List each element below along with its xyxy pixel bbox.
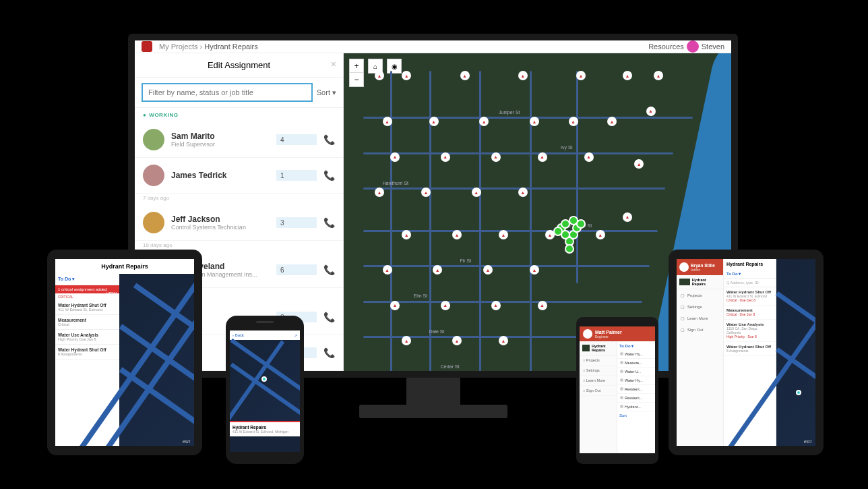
hydrant-marker-icon[interactable]	[623, 71, 632, 80]
todo-dropdown[interactable]: To Do ▾	[55, 274, 119, 285]
list-item[interactable]: Water U...	[617, 368, 655, 376]
list-item[interactable]: Water Hydrant Shut Off411 W Edward St, E…	[724, 287, 776, 306]
hydrant-marker-icon[interactable]	[646, 107, 656, 116]
list-item[interactable]: Resident...	[617, 394, 655, 403]
hydrant-marker-icon[interactable]	[390, 301, 400, 310]
breadcrumb-current[interactable]: Hydrant Repairs	[204, 42, 257, 51]
list-item[interactable]: Water Use AnalysisHigh Priority Due Jan …	[55, 330, 119, 345]
sort-dropdown[interactable]: Sort ▾	[317, 88, 336, 97]
hydrant-marker-icon[interactable]	[499, 230, 508, 239]
hydrant-marker-icon[interactable]	[441, 152, 450, 162]
user-name: Bryan Stille	[691, 263, 715, 268]
hydrant-marker-icon[interactable]	[530, 117, 539, 126]
sort-link[interactable]: Sort	[617, 411, 655, 420]
hydrant-marker-icon[interactable]	[483, 265, 493, 275]
hydrant-marker-icon[interactable]	[518, 71, 528, 80]
hydrant-marker-icon[interactable]	[538, 301, 547, 310]
hydrant-marker-icon[interactable]	[452, 230, 462, 239]
hydrant-marker-icon[interactable]	[383, 265, 392, 275]
hydrant-marker-icon[interactable]	[383, 117, 392, 126]
worker-row[interactable]: Sam Marito Field Supervisor 4 📞	[135, 122, 343, 158]
hydrant-marker-icon[interactable]	[433, 265, 442, 275]
hydrant-marker-icon[interactable]	[654, 71, 663, 80]
hydrant-marker-icon[interactable]	[452, 336, 462, 345]
hydrant-marker-icon[interactable]	[596, 230, 605, 239]
hydrant-marker-icon[interactable]	[491, 152, 501, 162]
project-item[interactable]: Hydrant Repairs	[580, 341, 617, 355]
list-item[interactable]: Hydrant...	[617, 403, 655, 411]
close-icon[interactable]: ×	[331, 59, 336, 69]
hydrant-marker-icon[interactable]	[460, 71, 470, 80]
hydrant-marker-icon[interactable]	[607, 117, 617, 126]
hydrant-marker-icon[interactable]	[538, 152, 547, 162]
hydrant-marker-icon[interactable]	[402, 71, 411, 80]
menu-item[interactable]: ▢Learn More	[677, 312, 723, 324]
zoom-out-button[interactable]: −	[350, 73, 363, 86]
user-name[interactable]: Steven	[702, 42, 724, 51]
hydrant-marker-icon[interactable]	[390, 152, 400, 162]
hydrant-marker-icon[interactable]	[518, 188, 528, 197]
hydrant-marker-icon[interactable]	[479, 117, 489, 126]
menu-item[interactable]: ○ Projects	[580, 355, 617, 366]
list-item[interactable]: MeasurementCritical · Due Jun 8	[724, 306, 776, 320]
list-item[interactable]: MeasurementCritical	[55, 315, 119, 330]
phone-icon[interactable]: 📞	[323, 217, 335, 228]
hydrant-marker-icon[interactable]	[623, 212, 632, 222]
filter-input[interactable]	[142, 83, 313, 102]
resources-link[interactable]: Resources	[648, 42, 684, 51]
hydrant-marker-icon[interactable]	[576, 71, 586, 80]
hydrant-marker-icon[interactable]	[530, 265, 539, 275]
user-avatar-icon[interactable]	[687, 40, 699, 53]
list-item[interactable]: Measure...	[617, 359, 655, 368]
list-item[interactable]: Water Hydrant Shut Off411 W Edward St, E…	[55, 300, 119, 315]
hydrant-marker-icon[interactable]	[421, 188, 431, 197]
list-item[interactable]: Water Hy...	[617, 350, 655, 359]
hydrant-marker-icon[interactable]	[441, 301, 450, 310]
back-button[interactable]: ‹ Back	[232, 333, 244, 337]
worker-row[interactable]: James Tedrick 1 📞	[135, 158, 343, 194]
list-item[interactable]: Resident...	[617, 385, 655, 394]
worker-location-pin[interactable]	[553, 227, 563, 236]
iphone-map[interactable]	[230, 340, 300, 421]
menu-item[interactable]: ▢Sign Out	[677, 324, 723, 335]
phone-icon[interactable]: 📞	[323, 170, 335, 181]
zoom-in-button[interactable]: +	[350, 59, 363, 73]
project-item[interactable]: Hydrant Repairs	[677, 275, 723, 289]
list-item[interactable]: Water Use Analysis1310 CA, San Diego, Ca…	[724, 320, 776, 342]
phone-icon[interactable]: 📞	[323, 264, 335, 275]
menu-item[interactable]: ○ Learn More	[580, 376, 617, 386]
worker-row[interactable]: Jeff Jackson Control Systems Technician …	[135, 205, 343, 241]
hydrant-marker-icon[interactable]	[375, 188, 384, 197]
menu-item[interactable]: ○ Sign Out	[580, 386, 617, 396]
assignment-card[interactable]: Hydrant Repairs 411 W Edward St, Edmond,…	[230, 421, 300, 436]
tablet-right-map[interactable]: esri	[776, 259, 815, 446]
hydrant-marker-icon[interactable]	[402, 230, 411, 239]
todo-dropdown[interactable]: To Do ▾	[724, 269, 776, 279]
share-icon[interactable]: ↗	[294, 333, 297, 338]
hydrant-marker-icon[interactable]	[402, 336, 411, 345]
search-input[interactable]: Q Address, type, ID	[724, 279, 776, 287]
worker-location-pin[interactable]	[565, 244, 574, 254]
menu-item[interactable]: ○ Settings	[580, 366, 617, 376]
list-item[interactable]: Water Hydrant Shut Off8 Assignments	[55, 345, 119, 359]
phone-icon[interactable]: 📞	[323, 134, 335, 145]
menu-item[interactable]: ▢Settings	[677, 301, 723, 312]
todo-dropdown[interactable]: To Do ▾	[617, 341, 655, 350]
tablet-map[interactable]: esri	[119, 274, 194, 446]
alert-view-button[interactable]: VIEW	[106, 291, 117, 295]
hydrant-marker-icon[interactable]	[569, 117, 578, 126]
phone-icon[interactable]: 📞	[323, 347, 335, 358]
hydrant-marker-icon[interactable]	[499, 336, 508, 345]
hydrant-marker-icon[interactable]	[584, 152, 594, 162]
list-item[interactable]: Water Hy...	[617, 376, 655, 385]
hydrant-marker-icon[interactable]	[634, 159, 644, 169]
hydrant-marker-icon[interactable]	[472, 188, 481, 197]
hydrant-marker-icon[interactable]	[491, 301, 501, 310]
critical-alert[interactable]: 1 critical assignment added VIEW	[55, 285, 119, 293]
list-item[interactable]: Water Hydrant Shut Off8 Assignments	[724, 342, 776, 356]
phone-icon[interactable]: 📞	[323, 312, 335, 322]
breadcrumb-root[interactable]: My Projects	[159, 42, 197, 51]
menu-item[interactable]: ▢Projects	[677, 289, 723, 301]
hydrant-marker-icon[interactable]	[429, 117, 439, 126]
locate-button[interactable]: ◉	[387, 59, 402, 74]
